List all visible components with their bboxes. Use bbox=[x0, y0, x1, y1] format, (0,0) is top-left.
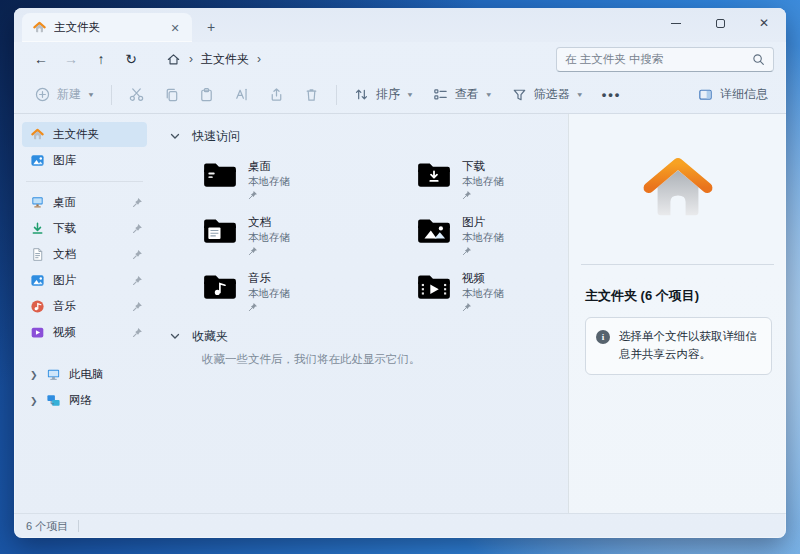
sidebar-item-this-pc[interactable]: ❯ 此电脑 bbox=[22, 362, 147, 387]
home-icon bbox=[30, 127, 45, 142]
search-icon bbox=[752, 53, 765, 66]
folder-name: 音乐 bbox=[248, 271, 290, 286]
view-icon bbox=[432, 86, 449, 103]
sidebar-item-label: 音乐 bbox=[53, 299, 76, 314]
folder-detail: 本地存储 bbox=[248, 231, 290, 245]
status-bar: 6 个项目 bbox=[14, 513, 786, 538]
quick-access-header[interactable]: 快速访问 bbox=[166, 122, 562, 150]
desktop-folder-icon bbox=[202, 158, 238, 188]
folder-name: 桌面 bbox=[248, 159, 290, 174]
sidebar-item-label: 图库 bbox=[53, 153, 76, 168]
pin-icon bbox=[462, 190, 472, 200]
cut-icon bbox=[128, 86, 145, 103]
tab-close-icon[interactable]: ✕ bbox=[166, 19, 184, 37]
pin-icon bbox=[132, 249, 143, 260]
back-button[interactable]: ← bbox=[28, 46, 54, 72]
pictures-folder-icon bbox=[416, 214, 452, 244]
sidebar-item-label: 此电脑 bbox=[69, 367, 104, 382]
view-button[interactable]: 查看 ▼ bbox=[424, 80, 501, 110]
chevron-right-icon[interactable]: ❯ bbox=[30, 396, 38, 406]
chevron-right-icon[interactable]: › bbox=[257, 52, 261, 66]
sidebar-item-label: 文档 bbox=[53, 247, 76, 262]
folder-name: 图片 bbox=[462, 215, 504, 230]
chevron-down-icon: ▼ bbox=[87, 91, 95, 98]
delete-button[interactable] bbox=[295, 80, 328, 110]
plus-circle-icon bbox=[34, 86, 51, 103]
paste-button[interactable] bbox=[190, 80, 223, 110]
document-icon bbox=[30, 247, 45, 262]
section-label: 收藏夹 bbox=[192, 328, 228, 345]
details-title: 主文件夹 (6 个项目) bbox=[569, 265, 786, 315]
sidebar-item-pictures[interactable]: 图片 bbox=[22, 268, 147, 293]
pin-icon bbox=[132, 223, 143, 234]
info-icon: i bbox=[596, 330, 610, 344]
folder-item-documents[interactable]: 文档 本地存储 bbox=[198, 210, 412, 260]
breadcrumb-path[interactable]: 主文件夹 bbox=[201, 51, 249, 68]
sidebar-item-label: 桌面 bbox=[53, 195, 76, 210]
tab-home[interactable]: 主文件夹 ✕ bbox=[22, 13, 192, 42]
sidebar-item-downloads[interactable]: 下载 bbox=[22, 216, 147, 241]
sidebar-item-videos[interactable]: 视频 bbox=[22, 320, 147, 345]
details-info-box: i 选择单个文件以获取详细信息并共享云内容。 bbox=[585, 317, 772, 375]
forward-button[interactable]: → bbox=[58, 46, 84, 72]
search-input[interactable] bbox=[565, 53, 752, 65]
videos-folder-icon bbox=[416, 270, 452, 300]
sidebar-item-gallery[interactable]: 图库 bbox=[22, 148, 147, 173]
home-icon bbox=[32, 20, 47, 35]
filter-button[interactable]: 筛选器 ▼ bbox=[503, 80, 592, 110]
folder-item-music[interactable]: 音乐 本地存储 bbox=[198, 266, 412, 316]
new-button[interactable]: 新建 ▼ bbox=[26, 80, 103, 110]
pin-icon bbox=[132, 197, 143, 208]
refresh-button[interactable]: ↻ bbox=[118, 46, 144, 72]
folder-detail: 本地存储 bbox=[462, 175, 504, 189]
new-tab-button[interactable]: + bbox=[198, 15, 224, 39]
chevron-right-icon[interactable]: ❯ bbox=[30, 370, 38, 380]
minimize-icon bbox=[671, 23, 681, 24]
sidebar-item-label: 主文件夹 bbox=[53, 127, 99, 142]
sidebar-item-network[interactable]: ❯ 网络 bbox=[22, 388, 147, 413]
sidebar-gap bbox=[22, 346, 147, 362]
view-label: 查看 bbox=[455, 86, 479, 103]
main-area: 主文件夹 图库 桌面 下载 文档 bbox=[14, 114, 786, 513]
cut-button[interactable] bbox=[120, 80, 153, 110]
navigation-bar: ← → ↑ ↻ › 主文件夹 › bbox=[14, 42, 786, 76]
sidebar-item-documents[interactable]: 文档 bbox=[22, 242, 147, 267]
sidebar-item-label: 视频 bbox=[53, 325, 76, 340]
more-options-button[interactable]: ••• bbox=[594, 80, 630, 110]
documents-folder-icon bbox=[202, 214, 238, 244]
copy-button[interactable] bbox=[155, 80, 188, 110]
folder-name: 下载 bbox=[462, 159, 504, 174]
folder-name: 文档 bbox=[248, 215, 290, 230]
pin-icon bbox=[248, 246, 258, 256]
maximize-button[interactable] bbox=[698, 8, 742, 38]
folder-item-desktop[interactable]: 桌面 本地存储 bbox=[198, 154, 412, 204]
toolbar-divider bbox=[336, 85, 337, 105]
sort-button[interactable]: 排序 ▼ bbox=[345, 80, 422, 110]
sidebar-item-label: 下载 bbox=[53, 221, 76, 236]
details-pane-button[interactable]: 详细信息 bbox=[689, 80, 776, 110]
close-icon: ✕ bbox=[759, 16, 769, 30]
sidebar-item-desktop[interactable]: 桌面 bbox=[22, 190, 147, 215]
minimize-button[interactable] bbox=[654, 8, 698, 38]
up-button[interactable]: ↑ bbox=[88, 46, 114, 72]
new-label: 新建 bbox=[57, 86, 81, 103]
folder-detail: 本地存储 bbox=[462, 287, 504, 301]
rename-button[interactable] bbox=[225, 80, 258, 110]
items-count: 6 个项目 bbox=[26, 519, 68, 534]
pin-icon bbox=[132, 327, 143, 338]
pin-icon bbox=[248, 190, 258, 200]
sidebar-item-label: 图片 bbox=[53, 273, 76, 288]
chevron-down-icon bbox=[170, 333, 180, 340]
sort-icon bbox=[353, 86, 370, 103]
download-icon bbox=[30, 221, 45, 236]
music-folder-icon bbox=[202, 270, 238, 300]
pin-icon bbox=[462, 246, 472, 256]
breadcrumb[interactable]: › 主文件夹 › bbox=[158, 46, 544, 72]
sidebar-item-music[interactable]: 音乐 bbox=[22, 294, 147, 319]
search-box[interactable] bbox=[556, 47, 774, 72]
sidebar-item-home[interactable]: 主文件夹 bbox=[22, 122, 147, 147]
close-button[interactable]: ✕ bbox=[742, 8, 786, 38]
share-button[interactable] bbox=[260, 80, 293, 110]
favorites-header[interactable]: 收藏夹 bbox=[166, 322, 562, 350]
details-pane: 主文件夹 (6 个项目) i 选择单个文件以获取详细信息并共享云内容。 bbox=[568, 114, 786, 513]
